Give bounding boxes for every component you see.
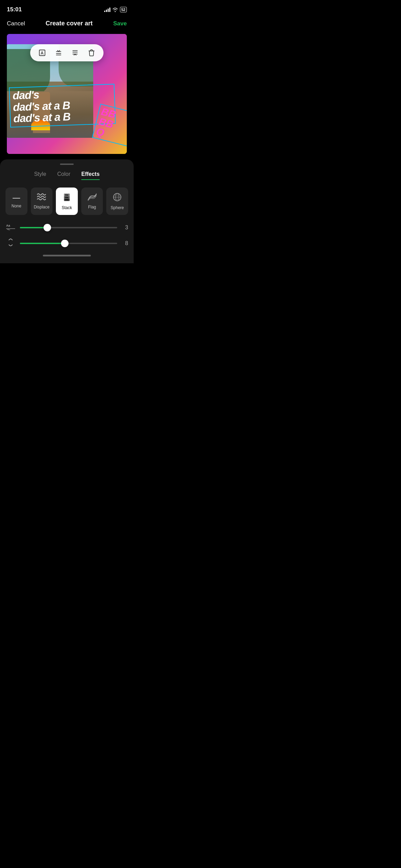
tab-bar: Style Color Effects (0, 171, 134, 181)
signal-bars-icon (104, 7, 110, 12)
size-slider-icon: Aa (5, 223, 16, 232)
wifi-icon (112, 8, 118, 12)
spacing-slider-thumb[interactable] (61, 240, 69, 247)
page-title: Create cover art (46, 20, 93, 27)
delete-button[interactable] (86, 48, 97, 58)
none-icon: — (13, 194, 20, 202)
spacing-slider-row: 8 (0, 239, 134, 248)
spacing-slider-value: 8 (121, 240, 128, 246)
tab-effects[interactable]: Effects (81, 171, 99, 180)
spacing-slider-icon (5, 239, 16, 248)
status-time: 15:01 (7, 6, 22, 13)
align-up-button[interactable] (53, 48, 64, 58)
bottom-sheet: Style Color Effects — None Displace (0, 159, 134, 263)
spacing-slider-fill (20, 243, 65, 244)
effect-displace[interactable]: Displace (31, 188, 53, 215)
size-slider-row: Aa 3 (0, 223, 134, 232)
flag-icon (87, 193, 97, 203)
save-button[interactable]: Save (113, 20, 127, 27)
tab-color[interactable]: Color (57, 171, 70, 180)
cancel-button[interactable]: Cancel (7, 20, 25, 27)
effects-grid: — None Displace Aa Aa (0, 188, 134, 215)
font-button[interactable]: A (37, 48, 47, 58)
effect-stack-label: Stack (62, 205, 72, 210)
spacing-slider[interactable] (20, 243, 117, 244)
drag-handle[interactable] (60, 164, 74, 165)
tab-style[interactable]: Style (34, 171, 46, 180)
effect-none[interactable]: — None (5, 188, 27, 215)
canvas-background: dad's dad's at a B dad's at a B BB BB Q … (7, 34, 127, 154)
nav-bar: Cancel Create cover art Save (0, 17, 134, 31)
displace-icon (37, 193, 46, 203)
svg-text:Aa: Aa (6, 224, 10, 227)
svg-text:Aa: Aa (65, 194, 68, 196)
size-slider-thumb[interactable] (44, 224, 51, 231)
effect-sphere[interactable]: Sphere (106, 188, 128, 215)
canvas-area[interactable]: dad's dad's at a B dad's at a B BB BB Q … (7, 34, 127, 154)
effect-displace-label: Displace (34, 205, 49, 209)
stack-icon: Aa Aa Aa (62, 192, 72, 203)
status-icons: 52 (104, 7, 127, 12)
svg-text:Aa: Aa (65, 196, 68, 198)
status-bar: 15:01 52 (0, 0, 134, 17)
size-slider[interactable] (20, 227, 117, 228)
battery-indicator: 52 (120, 7, 127, 12)
effect-flag-label: Flag (88, 205, 96, 209)
effect-flag[interactable]: Flag (81, 188, 103, 215)
effect-sphere-label: Sphere (111, 205, 124, 210)
effect-stack[interactable]: Aa Aa Aa Stack (56, 188, 78, 215)
size-slider-value: 3 (121, 225, 128, 231)
align-down-button[interactable] (70, 48, 80, 58)
text-toolbar: A (30, 44, 104, 61)
svg-text:Aa: Aa (65, 198, 68, 201)
home-indicator (43, 255, 91, 256)
svg-text:A: A (40, 51, 44, 56)
sphere-icon (112, 192, 122, 203)
effect-none-label: None (11, 204, 21, 208)
